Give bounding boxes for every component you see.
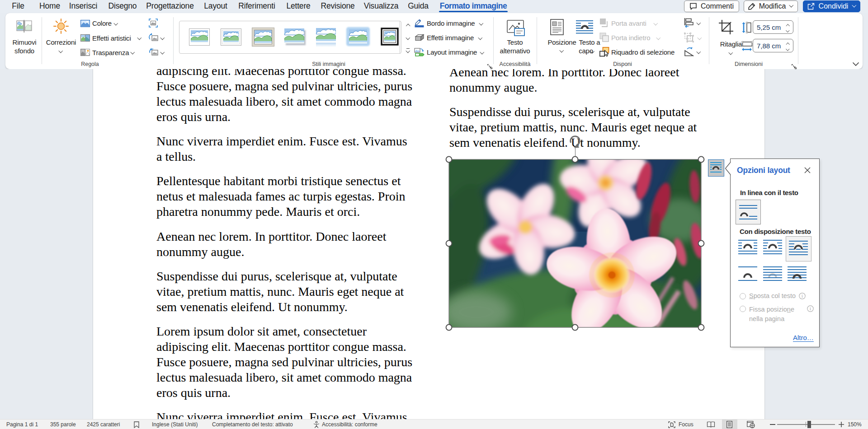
- svg-text:i: i: [810, 306, 811, 311]
- svg-text:i: i: [802, 294, 803, 298]
